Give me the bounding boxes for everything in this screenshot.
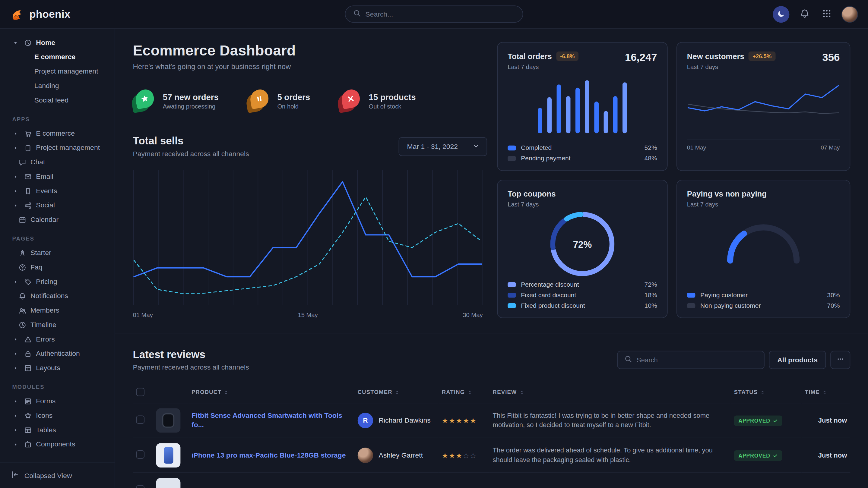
all-products-button[interactable]: All products <box>769 351 826 369</box>
sidebar-item-chat[interactable]: Chat <box>0 155 115 169</box>
sidebar-item-social[interactable]: Social <box>0 198 115 213</box>
notifications-button[interactable] <box>797 7 812 22</box>
global-search[interactable] <box>345 5 523 23</box>
sidebar-item-events[interactable]: Events <box>0 184 115 198</box>
sidebar-item-e-commerce[interactable]: E commerce <box>0 126 115 140</box>
sidebar-item-members[interactable]: Members <box>0 303 115 318</box>
x-axis-label: 30 May <box>463 312 483 318</box>
row-checkbox[interactable] <box>136 450 145 459</box>
column-header-customer[interactable]: CUSTOMER <box>354 382 438 403</box>
sidebar-item-starter[interactable]: Starter <box>0 246 115 260</box>
product-link[interactable]: iPhone 13 pro max-Pacific Blue-128GB sto… <box>191 451 351 460</box>
reviews-search-input[interactable] <box>637 356 757 364</box>
reviews-search[interactable] <box>617 351 765 369</box>
top-navbar: phoenix <box>0 0 868 29</box>
moon-icon <box>777 9 785 18</box>
review-text: This Fitbit is fantastic! I was trying t… <box>493 411 727 430</box>
bell-icon <box>800 8 809 18</box>
stat-subtitle: Awating processing <box>163 102 219 109</box>
sidebar-item-faq[interactable]: Faq <box>0 260 115 274</box>
sidebar-item-project-management[interactable]: Project management <box>0 140 115 155</box>
pie-icon <box>25 39 32 46</box>
sidebar-item-icons[interactable]: Icons <box>0 409 115 423</box>
sidebar-subitem-project-management[interactable]: Project management <box>0 64 115 79</box>
column-header-review[interactable]: REVIEW <box>490 382 731 403</box>
total-orders-value: 16,247 <box>625 52 657 64</box>
total-sells-chart: 01 May15 May30 May <box>133 170 487 318</box>
user-avatar[interactable] <box>841 6 858 22</box>
review-row-partial <box>133 473 850 488</box>
sidebar-item-tables[interactable]: Tables <box>0 423 115 437</box>
date-range-value: Mar 1 - 31, 2022 <box>407 143 458 151</box>
sidebar-item-timeline[interactable]: Timeline <box>0 318 115 332</box>
customer-name: Ashley Garrett <box>378 452 423 459</box>
caretr-icon <box>12 351 19 356</box>
column-header-product[interactable]: PRODUCT <box>188 382 354 403</box>
sidebar-subitem-e-commerce[interactable]: E commerce <box>0 50 115 64</box>
stat-subtitle: Out of stock <box>369 102 416 109</box>
date-range-select[interactable]: Mar 1 - 31, 2022 <box>399 137 487 156</box>
top-coupons-legend: Percentage discount72%Fixed card discoun… <box>507 281 657 308</box>
form-icon <box>25 398 32 405</box>
column-header-rating[interactable]: RATING <box>438 382 490 403</box>
brand[interactable]: phoenix <box>10 7 70 22</box>
sidebar-section-label: MODULES <box>0 375 115 394</box>
row-checkbox[interactable] <box>136 415 145 424</box>
top-coupons-card: Top coupons Last 7 days 72% Percentage d… <box>497 180 668 318</box>
search-input[interactable] <box>365 10 515 18</box>
card-title: Top coupons <box>507 189 556 198</box>
status-badge: APPROVED <box>734 415 782 426</box>
customer-avatar: R <box>358 413 373 428</box>
apps-grid-button[interactable] <box>819 7 834 22</box>
sidebar-item-calendar[interactable]: Calendar <box>0 213 115 227</box>
product-link[interactable]: Fitbit Sense Advanced Smartwatch with To… <box>191 411 351 430</box>
clipboard-icon <box>25 144 32 151</box>
donut-center-value: 72% <box>550 212 614 278</box>
sidebar-item-errors[interactable]: Errors <box>0 332 115 346</box>
pause-icon <box>254 94 264 104</box>
pause-badge-icon <box>247 90 269 111</box>
theme-toggle-button[interactable] <box>773 6 789 22</box>
select-all-header <box>133 382 153 403</box>
product-thumbnail <box>156 409 181 433</box>
column-header-time[interactable]: TIME <box>802 382 850 403</box>
new-customers-line-chart <box>687 76 840 135</box>
legend-item-non-paying-customer: Non-paying customer70% <box>687 302 840 308</box>
select-all-checkbox[interactable] <box>136 388 145 396</box>
sidebar-item-pricing[interactable]: Pricing <box>0 274 115 289</box>
x-axis-label: 01 May <box>687 144 706 151</box>
collapsed-view-button[interactable]: Collapsed View <box>0 462 115 488</box>
sidebar-item-email[interactable]: Email <box>0 169 115 184</box>
card-title: Paying vs non paying <box>687 189 767 198</box>
sidebar-item-home[interactable]: Home <box>0 35 115 50</box>
alert-icon <box>25 335 32 343</box>
thumb-header <box>153 382 188 403</box>
sidebar-item-notifications[interactable]: Notifications <box>0 289 115 303</box>
more-options-button[interactable] <box>830 351 850 369</box>
product-thumbnail <box>156 443 181 467</box>
sidebar-item-forms[interactable]: Forms <box>0 394 115 409</box>
sidebar-item-components[interactable]: Components <box>0 437 115 452</box>
total-orders-card: Total orders -6.8% Last 7 days 16,247 Co… <box>497 42 668 171</box>
sidebar-item-layouts[interactable]: Layouts <box>0 361 115 375</box>
x-axis-label: 07 May <box>820 144 840 151</box>
row-checkbox[interactable] <box>136 485 145 488</box>
stat-title: 5 orders <box>277 92 310 102</box>
star-icon <box>25 412 32 419</box>
navbar-actions <box>773 6 858 22</box>
top-coupons-donut-chart: 72% <box>550 212 614 278</box>
main-content: Ecommerce Dashboard Here's what's going … <box>115 29 868 488</box>
phoenix-logo-icon <box>10 7 25 22</box>
sort-icon <box>395 390 400 395</box>
reviews-table-body: Fitbit Sense Advanced Smartwatch with To… <box>133 403 850 488</box>
sort-icon <box>224 390 229 395</box>
sidebar-subitem-social-feed[interactable]: Social feed <box>0 93 115 107</box>
caretr-icon <box>12 365 19 370</box>
total-sells-subtitle: Payment received across all channels <box>133 150 249 158</box>
sidebar-item-authentication[interactable]: Authentication <box>0 346 115 361</box>
caretr-icon <box>12 442 19 447</box>
sidebar-subitem-landing[interactable]: Landing <box>0 79 115 93</box>
column-header-status[interactable]: STATUS <box>731 382 802 403</box>
legend-item-pending-payment: Pending payment48% <box>507 155 657 162</box>
sidebar-nav: HomeE commerceProject managementLandingS… <box>0 29 115 451</box>
